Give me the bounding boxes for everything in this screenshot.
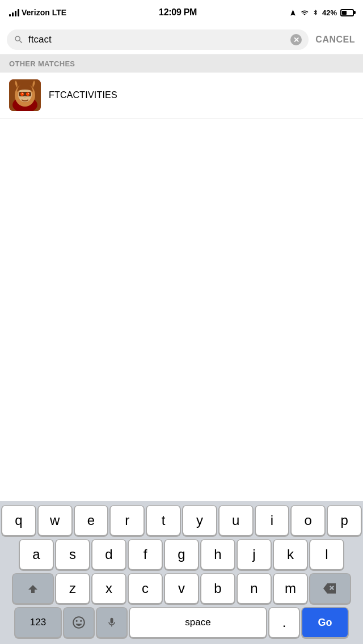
- ftcactivities-avatar-svg: [9, 79, 41, 111]
- result-item[interactable]: FTCACTIVITIES: [0, 73, 363, 118]
- key-c[interactable]: c: [129, 574, 162, 603]
- key-microphone[interactable]: [97, 608, 126, 637]
- key-w[interactable]: w: [39, 506, 71, 535]
- battery-percentage: 42%: [322, 9, 337, 17]
- key-y[interactable]: y: [183, 506, 216, 535]
- key-f[interactable]: f: [129, 540, 162, 569]
- battery-indicator: [340, 9, 354, 16]
- status-icons: 42%: [289, 8, 354, 17]
- svg-rect-7: [24, 96, 26, 98]
- location-icon: [289, 9, 297, 16]
- svg-point-6: [26, 92, 29, 96]
- svg-point-9: [28, 93, 29, 94]
- carrier-name: Verizon: [22, 8, 50, 17]
- signal-bars: [9, 9, 19, 16]
- keyboard: q w e r t y u i o p a s d f g h j k l z …: [0, 501, 363, 644]
- svg-point-5: [20, 92, 24, 96]
- key-m[interactable]: m: [274, 574, 307, 603]
- key-n[interactable]: n: [238, 574, 271, 603]
- keyboard-row-3: z x c v b n m: [2, 574, 361, 603]
- key-d[interactable]: d: [92, 540, 125, 569]
- status-bar: Verizon LTE 12:09 PM 42%: [0, 0, 363, 25]
- key-space[interactable]: space: [130, 608, 266, 637]
- clear-search-button[interactable]: ✕: [290, 34, 302, 45]
- key-i[interactable]: i: [256, 506, 289, 535]
- keyboard-row-1: q w e r t y u i o p: [2, 506, 361, 535]
- svg-point-8: [22, 93, 23, 94]
- key-t[interactable]: t: [147, 506, 180, 535]
- signal-bar-2: [12, 12, 14, 16]
- result-avatar: [9, 79, 41, 111]
- key-delete[interactable]: [310, 574, 350, 603]
- key-h[interactable]: h: [201, 540, 234, 569]
- key-period[interactable]: .: [269, 608, 299, 637]
- section-header-other-matches: OTHER MATCHES: [0, 55, 363, 73]
- key-q[interactable]: q: [2, 506, 35, 535]
- key-l[interactable]: l: [310, 540, 343, 569]
- key-o[interactable]: o: [292, 506, 324, 535]
- key-v[interactable]: v: [165, 574, 198, 603]
- key-j[interactable]: j: [238, 540, 271, 569]
- key-g[interactable]: g: [165, 540, 198, 569]
- key-p[interactable]: p: [328, 506, 361, 535]
- cancel-button[interactable]: CANCEL: [314, 32, 356, 47]
- key-u[interactable]: u: [220, 506, 252, 535]
- key-e[interactable]: e: [75, 506, 108, 535]
- signal-bar-4: [18, 9, 19, 16]
- signal-bar-1: [9, 14, 11, 16]
- key-a[interactable]: a: [20, 540, 53, 569]
- search-bar: ✕ CANCEL: [0, 25, 363, 55]
- content-area: [0, 118, 363, 323]
- wifi-icon: [300, 9, 309, 16]
- bluetooth-icon: [313, 8, 319, 17]
- key-x[interactable]: x: [92, 574, 125, 603]
- keyboard-row-2: a s d f g h j k l: [2, 540, 361, 569]
- status-time: 12:09 PM: [159, 7, 197, 18]
- key-s[interactable]: s: [56, 540, 89, 569]
- key-z[interactable]: z: [56, 574, 89, 603]
- key-numbers[interactable]: 123: [15, 608, 61, 637]
- network-type: LTE: [52, 8, 66, 17]
- key-go[interactable]: Go: [302, 608, 348, 637]
- key-shift[interactable]: [13, 574, 53, 603]
- key-r[interactable]: r: [111, 506, 143, 535]
- search-icon: [14, 35, 24, 45]
- search-input[interactable]: [28, 34, 286, 45]
- signal-bar-3: [15, 11, 16, 16]
- key-emoji[interactable]: [64, 608, 94, 637]
- search-input-container[interactable]: ✕: [7, 29, 309, 50]
- key-b[interactable]: b: [201, 574, 234, 603]
- result-username: FTCACTIVITIES: [49, 90, 117, 100]
- carrier-info: Verizon LTE: [9, 8, 66, 17]
- keyboard-row-4: 123 space . Go: [2, 608, 361, 637]
- key-k[interactable]: k: [274, 540, 307, 569]
